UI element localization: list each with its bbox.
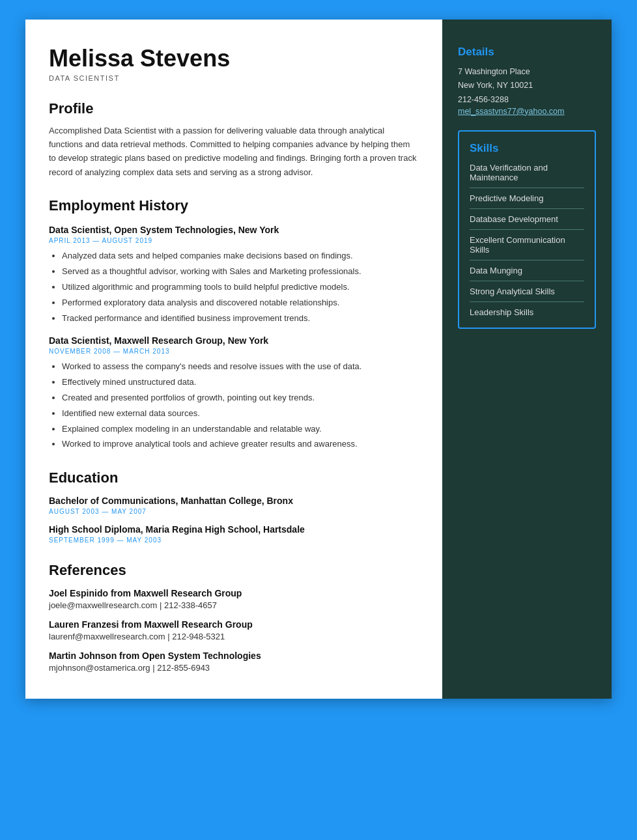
skill-item-3: Database Development: [470, 214, 584, 230]
profile-text: Accomplished Data Scientist with a passi…: [49, 124, 419, 180]
job-date-1: APRIL 2013 — AUGUST 2019: [49, 237, 419, 244]
ref-contact-3: mjohnson@ostamerica.org | 212-855-6943: [49, 663, 419, 673]
skill-item-7: Leadership Skills: [470, 307, 584, 317]
edu-degree-1: Bachelor of Communications, Manhattan Co…: [49, 496, 419, 506]
left-panel: Melissa Stevens DATA SCIENTIST Profile A…: [25, 20, 442, 699]
ref-contact-2: laurenf@maxwellresearch.com | 212-948-53…: [49, 632, 419, 641]
job-title-1: Data Scientist, Open System Technologies…: [49, 225, 419, 235]
address-line1: 7 Washington Place: [458, 65, 596, 79]
candidate-name: Melissa Stevens: [49, 46, 419, 72]
list-item: Worked to improve analytical tools and a…: [62, 438, 419, 451]
ref-name-2: Lauren Franzesi from Maxwell Research Gr…: [49, 619, 419, 630]
candidate-title: DATA SCIENTIST: [49, 74, 419, 82]
list-item: Utilized algorithmic and programming too…: [62, 281, 419, 294]
skill-item-4: Excellent Communication Skills: [470, 235, 584, 260]
resume-wrapper: Melissa Stevens DATA SCIENTIST Profile A…: [25, 20, 612, 699]
skills-heading: Skills: [470, 142, 584, 155]
ref-entry-3: Martin Johnson from Open System Technolo…: [49, 651, 419, 673]
job-bullets-2: Worked to assess the company's needs and…: [49, 360, 419, 451]
ref-name-1: Joel Espinido from Maxwell Research Grou…: [49, 588, 419, 598]
ref-name-3: Martin Johnson from Open System Technolo…: [49, 651, 419, 661]
list-item: Analyzed data sets and helped companies …: [62, 249, 419, 263]
list-item: Created and presented portfolios of grow…: [62, 391, 419, 405]
list-item: Explained complex modeling in an underst…: [62, 423, 419, 436]
skill-item-6: Strong Analytical Skills: [470, 287, 584, 302]
list-item: Served as a thoughtful advisor, working …: [62, 265, 419, 279]
ref-entry-2: Lauren Franzesi from Maxwell Research Gr…: [49, 619, 419, 641]
profile-heading: Profile: [49, 100, 419, 117]
list-item: Identified new external data sources.: [62, 407, 419, 421]
skill-item-2: Predictive Modeling: [470, 193, 584, 209]
job-entry-1: Data Scientist, Open System Technologies…: [49, 225, 419, 325]
ref-contact-1: joele@maxwellresearch.com | 212-338-4657: [49, 600, 419, 610]
list-item: Tracked performance and identified busin…: [62, 312, 419, 326]
skill-item-5: Data Munging: [470, 266, 584, 281]
edu-date-1: AUGUST 2003 — MAY 2007: [49, 508, 419, 515]
job-date-2: NOVEMBER 2008 — MARCH 2013: [49, 348, 419, 355]
list-item: Performed exploratory data analysis and …: [62, 296, 419, 310]
right-panel: Details 7 Washington Place New York, NY …: [442, 20, 612, 699]
ref-entry-1: Joel Espinido from Maxwell Research Grou…: [49, 588, 419, 610]
edu-date-2: SEPTEMBER 1999 — MAY 2003: [49, 537, 419, 544]
skills-box: Skills Data Verification and Maintenance…: [458, 130, 596, 329]
address-line2: New York, NY 10021: [458, 79, 596, 92]
edu-degree-2: High School Diploma, Maria Regina High S…: [49, 524, 419, 535]
education-heading: Education: [49, 469, 419, 486]
list-item: Worked to assess the company's needs and…: [62, 360, 419, 374]
email: mel_ssastvns77@yahoo.com: [458, 107, 596, 116]
edu-entry-1: Bachelor of Communications, Manhattan Co…: [49, 496, 419, 515]
skill-item-1: Data Verification and Maintenance: [470, 163, 584, 188]
references-heading: References: [49, 562, 419, 579]
list-item: Effectively mined unstructured data.: [62, 376, 419, 389]
details-heading: Details: [458, 46, 596, 59]
phone: 212-456-3288: [458, 93, 596, 107]
job-title-2: Data Scientist, Maxwell Research Group, …: [49, 335, 419, 346]
job-bullets-1: Analyzed data sets and helped companies …: [49, 249, 419, 325]
job-entry-2: Data Scientist, Maxwell Research Group, …: [49, 335, 419, 451]
edu-entry-2: High School Diploma, Maria Regina High S…: [49, 524, 419, 544]
employment-heading: Employment History: [49, 197, 419, 214]
